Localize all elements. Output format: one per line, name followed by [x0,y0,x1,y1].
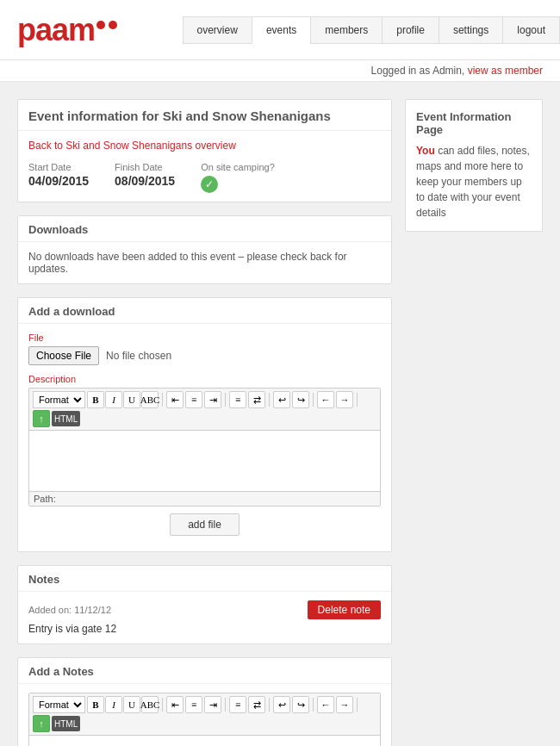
download-image-btn[interactable]: ↑ [33,410,50,427]
download-editor-toolbar: Format B I U ABC ⇤ ≡ ⇥ ≡ [29,389,380,431]
notes-align-center-btn[interactable]: ≡ [185,696,202,713]
info-panel-text: You can add files, notes, maps and more … [416,143,532,221]
start-date-label: Start Date [28,162,89,172]
finish-date-field: Finish Date 08/09/2015 [115,162,175,188]
file-label: File [28,333,381,343]
camping-label: On site camping? [201,162,275,172]
delete-note-button[interactable]: Delete note [308,600,381,619]
download-back-btn[interactable]: ← [317,391,334,408]
downloads-title: Downloads [18,216,391,242]
note-content: Entry is via gate 12 [28,623,381,635]
notes-editor-toolbar: Format B I U ABC ⇤ ≡ ⇥ ≡ [29,693,380,736]
add-file-button[interactable]: add file [170,513,240,536]
notes-image-btn[interactable]: ↑ [33,715,50,732]
notes-fwd-btn[interactable]: → [336,696,353,713]
add-notes-title: Add a Notes [18,658,391,684]
add-download-title: Add a download [18,298,391,324]
separator7 [225,698,226,712]
note-meta-row: Added on: 11/12/12 Delete note [28,600,381,619]
download-align-center-btn[interactable]: ≡ [185,391,202,408]
tab-profile[interactable]: profile [382,16,439,44]
finish-date-label: Finish Date [115,162,175,172]
logged-in-bar: Logged in as Admin, view as member [0,60,560,82]
separator5 [357,393,358,407]
download-undo-btn[interactable]: ↩ [273,391,290,408]
choose-file-button[interactable]: Choose File [28,346,99,365]
download-description-editor: Format B I U ABC ⇤ ≡ ⇥ ≡ [28,388,381,507]
download-format-select[interactable]: Format [33,391,85,408]
separator3 [269,393,270,407]
tab-events[interactable]: events [252,16,310,44]
camping-field: On site camping? ✓ [201,162,275,193]
download-underline-btn[interactable]: U [123,391,140,408]
separator6 [162,698,163,712]
view-as-member-link[interactable]: view as member [468,65,543,77]
note-date: Added on: 11/12/12 [28,605,111,615]
notes-html-btn[interactable]: HTML [52,716,80,731]
info-panel-title: Event Information Page [416,110,532,136]
notes-editor: Format B I U ABC ⇤ ≡ ⇥ ≡ [28,693,381,746]
separator9 [313,698,314,712]
downloads-section: Downloads No downloads have been added t… [17,215,392,284]
event-info-body: Back to Ski and Snow Shenanigans overvie… [18,131,391,202]
right-panel: Event Information Page You can add files… [405,99,543,746]
add-download-section: Add a download File Choose File No file … [17,297,392,552]
download-italic-btn[interactable]: I [105,391,122,408]
notes-ul-btn[interactable]: ≡ [229,696,246,713]
download-text-format-group: B I U ABC [87,391,159,408]
file-input-row: Choose File No file chosen [28,346,381,365]
logo-area: paam [0,3,134,57]
tab-overview[interactable]: overview [183,16,252,44]
tab-members[interactable]: members [310,16,382,44]
notes-redo-btn[interactable]: ↪ [292,696,309,713]
separator10 [357,698,358,712]
logo-text: paam [17,12,117,47]
logged-in-text: Logged in as Admin, [371,65,465,77]
download-abc-btn[interactable]: ABC [141,391,159,408]
event-info-title: Event information for Ski and Snow Shena… [18,100,391,131]
notes-undo-btn[interactable]: ↩ [273,696,290,713]
finish-date-value: 08/09/2015 [115,174,175,188]
description-label: Description [28,374,381,384]
notes-abc-btn[interactable]: ABC [141,696,159,713]
download-ul-btn[interactable]: ≡ [229,391,246,408]
notes-editor-body[interactable] [29,736,380,746]
downloads-empty-text: No downloads have been added to this eve… [28,251,381,275]
notes-back-btn[interactable]: ← [317,696,334,713]
camping-check-icon: ✓ [201,176,218,193]
main-content: Event information for Ski and Snow Shena… [0,82,560,746]
add-notes-section: Add a Notes Format B I U ABC [17,657,392,746]
download-align-right-btn[interactable]: ⇥ [204,391,221,408]
info-panel-you: You [416,145,435,157]
downloads-body: No downloads have been added to this eve… [18,242,391,283]
separator1 [162,393,163,407]
notes-italic-btn[interactable]: I [105,696,122,713]
download-align-left-btn[interactable]: ⇤ [166,391,184,408]
download-redo-btn[interactable]: ↪ [292,391,309,408]
notes-align-left-btn[interactable]: ⇤ [166,696,184,713]
tab-settings[interactable]: settings [439,16,502,44]
notes-bold-btn[interactable]: B [87,696,104,713]
download-fwd-btn[interactable]: → [336,391,353,408]
download-html-btn[interactable]: HTML [52,411,80,426]
notes-align-right-btn[interactable]: ⇥ [204,696,221,713]
notes-ol-btn[interactable]: ⇄ [248,696,265,713]
no-file-text: No file chosen [106,350,171,362]
download-editor-body[interactable] [29,431,380,491]
nav-tabs: overview events members profile settings… [183,16,560,44]
download-ol-btn[interactable]: ⇄ [248,391,265,408]
tab-logout[interactable]: logout [502,16,560,44]
notes-underline-btn[interactable]: U [123,696,140,713]
notes-format-select[interactable]: Format [33,696,85,713]
back-link[interactable]: Back to Ski and Snow Shenanigans overvie… [28,140,381,152]
start-date-value: 04/09/2015 [28,174,89,188]
download-bold-btn[interactable]: B [87,391,104,408]
add-download-body: File Choose File No file chosen Descript… [18,324,391,551]
download-editor-path: Path: [29,491,380,506]
separator8 [269,698,270,712]
notes-section: Notes Added on: 11/12/12 Delete note Ent… [17,565,392,644]
dates-row: Start Date 04/09/2015 Finish Date 08/09/… [28,162,381,193]
notes-text-format-group: B I U ABC [87,696,159,713]
info-panel: Event Information Page You can add files… [405,99,543,232]
header: paam overview events members profile set… [0,0,560,60]
